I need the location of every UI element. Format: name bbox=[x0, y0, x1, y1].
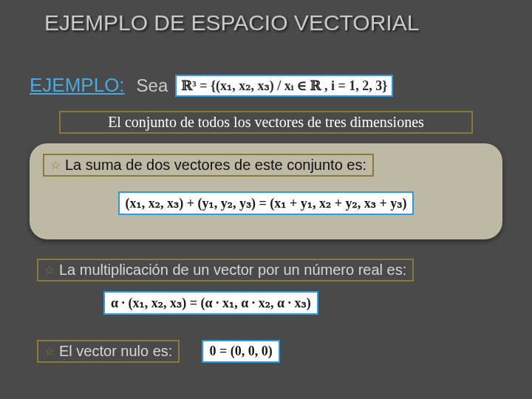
star-icon: ☆ bbox=[44, 263, 55, 277]
star-icon: ☆ bbox=[50, 158, 61, 172]
r3-definition-formula: ℝ³ = {(x₁, x₂, x₃) / xᵢ ∈ ℝ , i = 1, 2, … bbox=[175, 75, 393, 97]
bullet-scalar-text: La multiplicación de un vector por un nú… bbox=[59, 262, 406, 279]
sea-text: Sea bbox=[137, 75, 168, 96]
sum-formula: (x₁, x₂, x₃) + (y₁, y₂, y₃) = (x₁ + y₁, … bbox=[118, 191, 415, 215]
bullet-sum-text: La suma de dos vectores de este conjunto… bbox=[65, 157, 366, 174]
slide-title: EJEMPLO DE ESPACIO VECTORIAL bbox=[44, 10, 419, 35]
scalar-row: ☆ La multiplicación de un vector por un … bbox=[37, 259, 414, 282]
scalar-formula-wrap: α · (x₁, x₂, x₃) = (α · x₁, α · x₂, α · … bbox=[103, 291, 318, 315]
r3-description: El conjunto de todos los vectores de tre… bbox=[59, 111, 473, 134]
star-icon: ☆ bbox=[44, 344, 55, 358]
bullet-sum: ☆ La suma de dos vectores de este conjun… bbox=[43, 154, 374, 177]
scalar-formula: α · (x₁, x₂, x₃) = (α · x₁, α · x₂, α · … bbox=[103, 291, 318, 315]
bullet-zero: ☆ El vector nulo es: bbox=[37, 340, 180, 363]
bullet-zero-text: El vector nulo es: bbox=[59, 343, 172, 360]
example-header-row: EJEMPLO: Sea ℝ³ = {(x₁, x₂, x₃) / xᵢ ∈ ℝ… bbox=[30, 74, 393, 97]
sum-panel: ☆ La suma de dos vectores de este conjun… bbox=[30, 143, 502, 239]
bullet-scalar: ☆ La multiplicación de un vector por un … bbox=[37, 259, 414, 282]
zero-formula: 0 = (0, 0, 0) bbox=[202, 340, 279, 363]
sum-formula-wrap: (x₁, x₂, x₃) + (y₁, y₂, y₃) = (x₁ + y₁, … bbox=[43, 191, 489, 215]
zero-row: ☆ El vector nulo es: 0 = (0, 0, 0) bbox=[37, 340, 280, 363]
example-label: EJEMPLO: bbox=[30, 74, 125, 97]
